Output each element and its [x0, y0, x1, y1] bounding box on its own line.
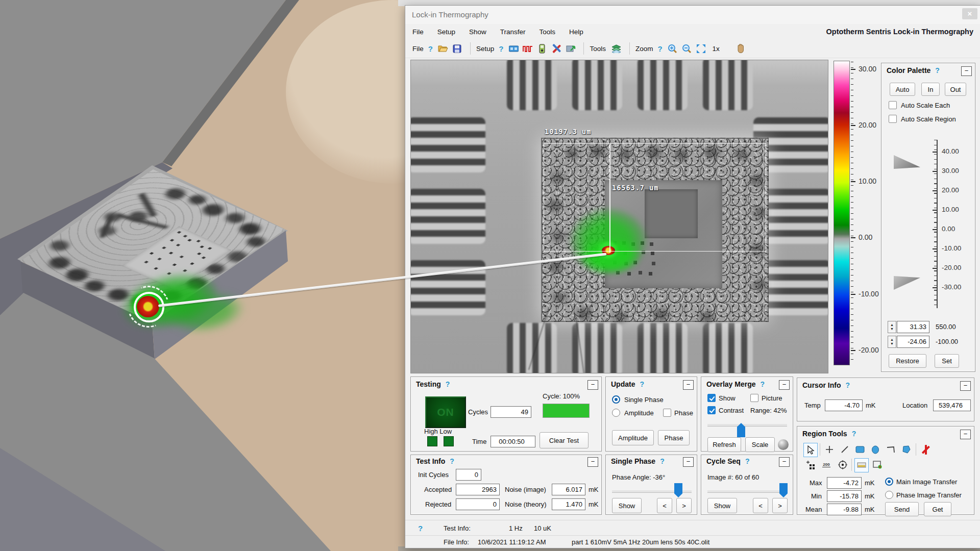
lower-limit-handle[interactable]	[894, 276, 920, 290]
minimize-button[interactable]: −	[779, 457, 790, 467]
init-cycles-field[interactable]: 0	[456, 469, 481, 481]
upper-limit-handle[interactable]	[894, 155, 920, 169]
help-icon[interactable]: ?	[499, 44, 503, 53]
ruler-200-tool[interactable]: 200	[820, 458, 833, 471]
zoom-fit-icon[interactable]	[696, 43, 706, 54]
help-icon[interactable]: ?	[428, 44, 433, 53]
phase-button[interactable]: Phase	[658, 430, 690, 445]
phase-prev-button[interactable]: <	[657, 498, 672, 513]
menu-file[interactable]: File	[412, 28, 424, 36]
menu-transfer[interactable]: Transfer	[500, 28, 526, 36]
line-profile-tool[interactable]	[854, 458, 869, 472]
tools-setup-icon[interactable]	[551, 43, 561, 54]
help-icon[interactable]: ?	[745, 457, 750, 465]
clear-test-button[interactable]: Clear Test	[540, 432, 589, 448]
lower-value-field[interactable]: -24.06	[897, 336, 929, 348]
polyline-tool[interactable]	[884, 443, 897, 456]
help-icon[interactable]: ?	[852, 430, 856, 438]
minimize-button[interactable]: −	[587, 380, 598, 390]
minimize-button[interactable]: −	[683, 380, 694, 390]
auto-scale-region-checkbox[interactable]	[889, 115, 897, 123]
minimize-button[interactable]: −	[961, 66, 972, 76]
close-button[interactable]: ×	[962, 8, 977, 19]
delete-region-tool[interactable]	[919, 443, 932, 456]
phase-image-transfer-radio[interactable]	[885, 491, 893, 499]
cycles-field[interactable]: 49	[491, 406, 531, 418]
time-field[interactable]: 00:00:50	[491, 436, 535, 447]
ellipse-tool[interactable]	[869, 443, 882, 456]
title-bar[interactable]: Lock-in Thermography ×	[405, 6, 980, 24]
show-checkbox[interactable]	[707, 394, 716, 402]
menu-show[interactable]: Show	[469, 28, 486, 36]
cursor-tool[interactable]	[803, 443, 818, 457]
rectangle-tool[interactable]	[853, 443, 867, 456]
save-icon[interactable]	[452, 43, 462, 54]
show-cycle-button[interactable]: Show	[707, 498, 737, 513]
colorbar-label: -10.00	[859, 290, 879, 298]
contrast-ball-icon[interactable]	[778, 439, 789, 450]
polygon-tool[interactable]	[899, 443, 913, 456]
help-icon[interactable]: ?	[640, 380, 644, 388]
help-icon[interactable]: ?	[657, 44, 662, 53]
help-icon[interactable]: ?	[446, 380, 450, 388]
amplitude-button[interactable]: Amplitude	[612, 430, 654, 445]
refresh-button[interactable]: Refresh	[707, 437, 741, 452]
help-icon[interactable]: ?	[450, 457, 454, 465]
cycle-prev-button[interactable]: <	[753, 498, 768, 513]
contrast-checkbox[interactable]	[707, 406, 716, 414]
upper-spinner[interactable]: ▲▼	[888, 321, 896, 333]
range-slider-track[interactable]	[707, 424, 787, 427]
minimize-button[interactable]: −	[683, 457, 694, 467]
device-setup-icon[interactable]	[537, 43, 547, 54]
single-phase-radio[interactable]	[612, 395, 620, 404]
line-tool[interactable]	[838, 443, 851, 456]
open-file-icon[interactable]	[438, 43, 448, 54]
minimize-button[interactable]: −	[779, 380, 790, 390]
camera-setup-icon[interactable]	[508, 43, 519, 54]
lower-spinner[interactable]: ▲▼	[888, 336, 896, 348]
restore-button[interactable]: Restore	[889, 354, 926, 368]
main-image-transfer-radio[interactable]	[885, 478, 893, 486]
in-button[interactable]: In	[921, 83, 940, 96]
layers-icon[interactable]	[611, 43, 622, 54]
minimize-button[interactable]: −	[960, 430, 971, 439]
menu-help[interactable]: Help	[569, 28, 583, 36]
set-button[interactable]: Set	[935, 354, 959, 368]
crosshair-tool[interactable]	[823, 443, 836, 456]
show-phase-button[interactable]: Show	[612, 498, 642, 513]
help-icon[interactable]: ?	[935, 66, 940, 74]
help-icon[interactable]: ?	[761, 380, 765, 388]
pan-hand-icon[interactable]	[736, 43, 746, 54]
menu-setup[interactable]: Setup	[437, 28, 455, 36]
out-button[interactable]: Out	[945, 83, 966, 96]
menu-tools[interactable]: Tools	[540, 28, 556, 36]
send-button[interactable]: Send	[885, 502, 919, 516]
minimize-button[interactable]: −	[587, 457, 598, 467]
zoom-in-icon[interactable]	[668, 43, 678, 54]
center-point-tool[interactable]	[836, 458, 849, 471]
cycle-next-button[interactable]: >	[772, 498, 788, 513]
image-transfer-setup-icon[interactable]	[566, 43, 576, 54]
auto-scale-each-checkbox[interactable]	[889, 101, 897, 109]
help-icon[interactable]: ?	[660, 457, 665, 465]
scale-button[interactable]: Scale	[745, 437, 775, 452]
colorbar[interactable]	[834, 61, 850, 365]
cycle-slider-track[interactable]	[707, 490, 788, 493]
phase-slider-handle[interactable]	[674, 483, 682, 497]
auto-button[interactable]: Auto	[890, 83, 915, 96]
region-marker-tool[interactable]	[871, 458, 884, 471]
upper-value-field[interactable]: 31.33	[897, 321, 929, 333]
minimize-button[interactable]: −	[960, 381, 971, 391]
phase-checkbox[interactable]	[663, 409, 671, 417]
picture-checkbox[interactable]	[750, 394, 758, 402]
waveform-setup-icon[interactable]	[523, 43, 533, 54]
zoom-out-icon[interactable]	[682, 43, 692, 54]
get-button[interactable]: Get	[924, 502, 951, 516]
cycle-slider-handle[interactable]	[779, 483, 788, 497]
move-region-tool[interactable]	[803, 458, 817, 471]
phase-next-button[interactable]: >	[676, 498, 692, 513]
help-icon[interactable]: ?	[845, 381, 850, 389]
main-thermal-image[interactable]: 10197.3 um 16563.7 um	[410, 60, 828, 373]
amplitude-radio[interactable]	[612, 409, 620, 417]
status-help-icon[interactable]: ?	[418, 524, 423, 533]
